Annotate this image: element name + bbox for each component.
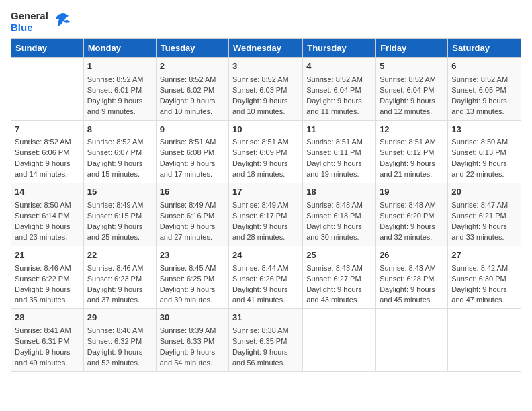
day-info: Sunrise: 8:49 AM Sunset: 6:15 PM Dayligh… — [87, 200, 152, 243]
calendar-header-wednesday: Wednesday — [229, 39, 303, 58]
calendar-cell: 25Sunrise: 8:43 AM Sunset: 6:27 PM Dayli… — [303, 246, 376, 309]
calendar-cell: 3Sunrise: 8:52 AM Sunset: 6:03 PM Daylig… — [229, 58, 303, 121]
calendar-cell: 8Sunrise: 8:52 AM Sunset: 6:07 PM Daylig… — [83, 120, 156, 183]
logo-text-block: General Blue — [11, 11, 48, 33]
logo-container: General Blue — [11, 11, 71, 33]
day-info: Sunrise: 8:44 AM Sunset: 6:26 PM Dayligh… — [232, 263, 299, 306]
calendar-cell: 30Sunrise: 8:39 AM Sunset: 6:33 PM Dayli… — [156, 309, 228, 372]
day-info: Sunrise: 8:47 AM Sunset: 6:21 PM Dayligh… — [451, 200, 517, 243]
day-number: 31 — [232, 312, 299, 324]
day-info: Sunrise: 8:49 AM Sunset: 6:16 PM Dayligh… — [160, 200, 225, 243]
day-number: 19 — [380, 186, 444, 199]
calendar-cell — [448, 309, 521, 372]
calendar-cell — [303, 309, 376, 372]
calendar-week-row: 28Sunrise: 8:41 AM Sunset: 6:31 PM Dayli… — [11, 309, 521, 372]
day-number: 17 — [232, 186, 299, 199]
calendar-header-sunday: Sunday — [11, 39, 84, 58]
calendar-header-monday: Monday — [83, 39, 156, 58]
day-number: 12 — [380, 124, 444, 136]
calendar-cell: 27Sunrise: 8:42 AM Sunset: 6:30 PM Dayli… — [448, 246, 521, 309]
calendar-cell: 16Sunrise: 8:49 AM Sunset: 6:16 PM Dayli… — [156, 183, 228, 246]
day-info: Sunrise: 8:49 AM Sunset: 6:17 PM Dayligh… — [232, 200, 299, 243]
day-info: Sunrise: 8:42 AM Sunset: 6:30 PM Dayligh… — [451, 263, 517, 306]
day-number: 7 — [15, 124, 80, 136]
calendar-cell: 13Sunrise: 8:50 AM Sunset: 6:13 PM Dayli… — [448, 120, 521, 183]
day-number: 4 — [306, 60, 372, 73]
calendar-cell: 7Sunrise: 8:52 AM Sunset: 6:06 PM Daylig… — [11, 120, 84, 183]
calendar-cell: 28Sunrise: 8:41 AM Sunset: 6:31 PM Dayli… — [11, 309, 84, 372]
calendar-cell: 6Sunrise: 8:52 AM Sunset: 6:05 PM Daylig… — [448, 58, 521, 121]
day-info: Sunrise: 8:51 AM Sunset: 6:09 PM Dayligh… — [232, 137, 299, 180]
logo-blue-text: Blue — [11, 22, 48, 34]
day-info: Sunrise: 8:52 AM Sunset: 6:06 PM Dayligh… — [15, 137, 80, 180]
calendar-cell: 31Sunrise: 8:38 AM Sunset: 6:35 PM Dayli… — [229, 309, 303, 372]
day-info: Sunrise: 8:45 AM Sunset: 6:25 PM Dayligh… — [160, 263, 225, 306]
calendar-header-tuesday: Tuesday — [156, 39, 228, 58]
calendar-cell — [376, 309, 448, 372]
day-info: Sunrise: 8:51 AM Sunset: 6:11 PM Dayligh… — [306, 137, 372, 180]
day-number: 14 — [15, 186, 80, 199]
calendar-cell: 29Sunrise: 8:40 AM Sunset: 6:32 PM Dayli… — [83, 309, 156, 372]
day-number: 11 — [306, 124, 372, 136]
day-number: 5 — [380, 60, 444, 73]
day-number: 23 — [160, 249, 225, 262]
day-number: 25 — [306, 249, 372, 262]
calendar-header-thursday: Thursday — [303, 39, 376, 58]
day-number: 15 — [87, 186, 152, 199]
day-number: 18 — [306, 186, 372, 199]
calendar-cell: 22Sunrise: 8:46 AM Sunset: 6:23 PM Dayli… — [83, 246, 156, 309]
logo-general-text: General — [11, 11, 48, 22]
calendar-week-row: 21Sunrise: 8:46 AM Sunset: 6:22 PM Dayli… — [11, 246, 521, 309]
calendar-week-row: 7Sunrise: 8:52 AM Sunset: 6:06 PM Daylig… — [11, 120, 521, 183]
day-number: 26 — [380, 249, 444, 262]
day-number: 6 — [451, 60, 517, 73]
day-info: Sunrise: 8:52 AM Sunset: 6:03 PM Dayligh… — [232, 75, 299, 118]
calendar-header-saturday: Saturday — [448, 39, 521, 58]
day-number: 16 — [160, 186, 225, 199]
calendar-cell: 18Sunrise: 8:48 AM Sunset: 6:18 PM Dayli… — [303, 183, 376, 246]
day-number: 13 — [451, 124, 517, 136]
calendar-cell: 24Sunrise: 8:44 AM Sunset: 6:26 PM Dayli… — [229, 246, 303, 309]
day-info: Sunrise: 8:48 AM Sunset: 6:20 PM Dayligh… — [380, 200, 444, 243]
calendar-cell: 15Sunrise: 8:49 AM Sunset: 6:15 PM Dayli… — [83, 183, 156, 246]
day-number: 2 — [160, 60, 225, 73]
calendar-header-friday: Friday — [376, 39, 448, 58]
calendar-cell: 17Sunrise: 8:49 AM Sunset: 6:17 PM Dayli… — [229, 183, 303, 246]
calendar-week-row: 14Sunrise: 8:50 AM Sunset: 6:14 PM Dayli… — [11, 183, 521, 246]
day-info: Sunrise: 8:41 AM Sunset: 6:31 PM Dayligh… — [15, 326, 80, 369]
calendar-cell: 10Sunrise: 8:51 AM Sunset: 6:09 PM Dayli… — [229, 120, 303, 183]
day-info: Sunrise: 8:38 AM Sunset: 6:35 PM Dayligh… — [232, 326, 299, 369]
calendar-week-row: 1Sunrise: 8:52 AM Sunset: 6:01 PM Daylig… — [11, 58, 521, 121]
day-info: Sunrise: 8:43 AM Sunset: 6:28 PM Dayligh… — [380, 263, 444, 306]
day-info: Sunrise: 8:50 AM Sunset: 6:13 PM Dayligh… — [451, 137, 517, 180]
calendar-cell: 11Sunrise: 8:51 AM Sunset: 6:11 PM Dayli… — [303, 120, 376, 183]
calendar-cell: 21Sunrise: 8:46 AM Sunset: 6:22 PM Dayli… — [11, 246, 84, 309]
calendar-table: SundayMondayTuesdayWednesdayThursdayFrid… — [11, 38, 521, 372]
calendar-cell: 12Sunrise: 8:51 AM Sunset: 6:12 PM Dayli… — [376, 120, 448, 183]
day-number: 10 — [232, 124, 299, 136]
day-info: Sunrise: 8:52 AM Sunset: 6:04 PM Dayligh… — [306, 75, 372, 118]
header: General Blue — [11, 11, 521, 33]
calendar-cell: 23Sunrise: 8:45 AM Sunset: 6:25 PM Dayli… — [156, 246, 228, 309]
day-number: 1 — [87, 60, 152, 73]
calendar-body: 1Sunrise: 8:52 AM Sunset: 6:01 PM Daylig… — [11, 58, 521, 372]
day-info: Sunrise: 8:52 AM Sunset: 6:05 PM Dayligh… — [451, 75, 517, 118]
day-info: Sunrise: 8:52 AM Sunset: 6:04 PM Dayligh… — [380, 75, 444, 118]
calendar-cell: 4Sunrise: 8:52 AM Sunset: 6:04 PM Daylig… — [303, 58, 376, 121]
day-info: Sunrise: 8:40 AM Sunset: 6:32 PM Dayligh… — [87, 326, 152, 369]
day-info: Sunrise: 8:46 AM Sunset: 6:22 PM Dayligh… — [15, 263, 80, 306]
day-info: Sunrise: 8:46 AM Sunset: 6:23 PM Dayligh… — [87, 263, 152, 306]
day-info: Sunrise: 8:51 AM Sunset: 6:12 PM Dayligh… — [380, 137, 444, 180]
calendar-cell: 14Sunrise: 8:50 AM Sunset: 6:14 PM Dayli… — [11, 183, 84, 246]
day-number: 30 — [160, 312, 225, 324]
day-number: 24 — [232, 249, 299, 262]
day-info: Sunrise: 8:52 AM Sunset: 6:02 PM Dayligh… — [160, 75, 225, 118]
calendar-cell: 5Sunrise: 8:52 AM Sunset: 6:04 PM Daylig… — [376, 58, 448, 121]
day-number: 27 — [451, 249, 517, 262]
day-info: Sunrise: 8:51 AM Sunset: 6:08 PM Dayligh… — [160, 137, 225, 180]
day-number: 21 — [15, 249, 80, 262]
logo: General Blue — [11, 11, 71, 33]
day-number: 28 — [15, 312, 80, 324]
calendar-header: SundayMondayTuesdayWednesdayThursdayFrid… — [11, 39, 521, 58]
day-number: 22 — [87, 249, 152, 262]
